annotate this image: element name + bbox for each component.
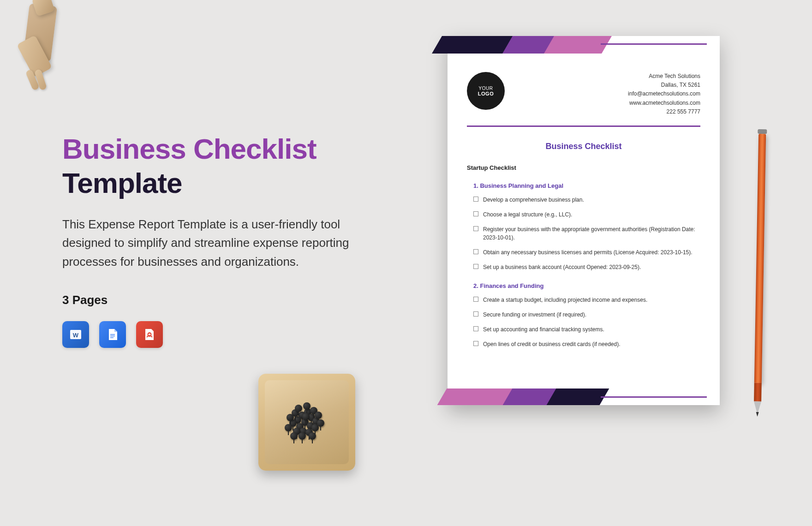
word-icon: W xyxy=(62,321,89,348)
doc-subheading: Startup Checklist xyxy=(467,164,700,171)
format-icons-row: W xyxy=(62,321,367,348)
checklist-item-text: Register your business with the appropri… xyxy=(483,225,700,242)
mannequin-prop xyxy=(0,0,108,98)
checkbox-icon xyxy=(473,197,478,202)
logo-placeholder: YOUR LOGO xyxy=(467,72,505,110)
checklist-item-text: Secure funding or investment (if require… xyxy=(483,311,586,319)
company-info: Acme Tech Solutions Dallas, TX 5261 info… xyxy=(628,72,700,116)
title-line-2: Template xyxy=(62,167,367,199)
checklist-item-text: Obtain any necessary business licenses a… xyxy=(483,248,693,257)
logo-text-top: YOUR xyxy=(479,86,493,91)
pages-count: 3 Pages xyxy=(62,293,367,307)
checklist-item-text: Set up accounting and financial tracking… xyxy=(483,325,604,334)
document-preview: YOUR LOGO Acme Tech Solutions Dallas, TX… xyxy=(448,36,720,405)
section-title: 2. Finances and Funding xyxy=(467,282,700,289)
checklist-item: Register your business with the appropri… xyxy=(467,225,700,242)
checklist-item: Set up a business bank account (Account … xyxy=(467,263,700,271)
doc-header-graphic xyxy=(448,36,720,63)
checklist-item-text: Open lines of credit or business credit … xyxy=(483,340,620,348)
doc-footer-graphic xyxy=(448,386,720,405)
company-phone: 222 555 7777 xyxy=(628,108,700,116)
svg-rect-3 xyxy=(110,335,115,336)
company-email: info@acmetechsolutions.com xyxy=(628,90,700,98)
checkbox-icon xyxy=(473,211,478,216)
checklist-item: Create a startup budget, including proje… xyxy=(467,296,700,304)
checklist-item-text: Create a startup budget, including proje… xyxy=(483,296,647,304)
google-docs-icon xyxy=(99,321,126,348)
checkbox-icon xyxy=(473,341,478,346)
checklist-item: Secure funding or investment (if require… xyxy=(467,311,700,319)
logo-text-bottom: LOGO xyxy=(478,91,494,96)
company-website: www.acmetechsolutions.com xyxy=(628,99,700,108)
checklist-item: Set up accounting and financial tracking… xyxy=(467,325,700,334)
pushpin-block-prop xyxy=(258,374,355,471)
description-text: This Expense Report Template is a user-f… xyxy=(62,215,367,271)
checkbox-icon xyxy=(473,311,478,317)
doc-divider xyxy=(467,126,700,127)
doc-title: Business Checklist xyxy=(448,142,720,151)
svg-rect-2 xyxy=(110,334,115,335)
pdf-icon xyxy=(136,321,163,348)
checklist-item: Develop a comprehensive business plan. xyxy=(467,196,700,204)
left-panel: Business Checklist Template This Expense… xyxy=(62,134,367,348)
svg-text:W: W xyxy=(73,332,79,339)
checkbox-icon xyxy=(473,226,478,231)
checklist-item: Choose a legal structure (e.g., LLC). xyxy=(467,210,700,219)
title-line-1: Business Checklist xyxy=(62,134,367,164)
checklist-item: Obtain any necessary business licenses a… xyxy=(467,248,700,257)
checkbox-icon xyxy=(473,249,478,254)
checklist-item-text: Develop a comprehensive business plan. xyxy=(483,196,584,204)
checkbox-icon xyxy=(473,326,478,331)
checkbox-icon xyxy=(473,264,478,269)
section-title: 1. Business Planning and Legal xyxy=(467,182,700,189)
pen-prop xyxy=(754,129,766,415)
checklist-item-text: Choose a legal structure (e.g., LLC). xyxy=(483,210,572,219)
company-name: Acme Tech Solutions xyxy=(628,72,700,81)
checkbox-icon xyxy=(473,297,478,302)
checklist-item: Open lines of credit or business credit … xyxy=(467,340,700,348)
checklist-item-text: Set up a business bank account (Account … xyxy=(483,263,641,271)
company-address: Dallas, TX 5261 xyxy=(628,81,700,90)
svg-rect-4 xyxy=(110,337,113,338)
